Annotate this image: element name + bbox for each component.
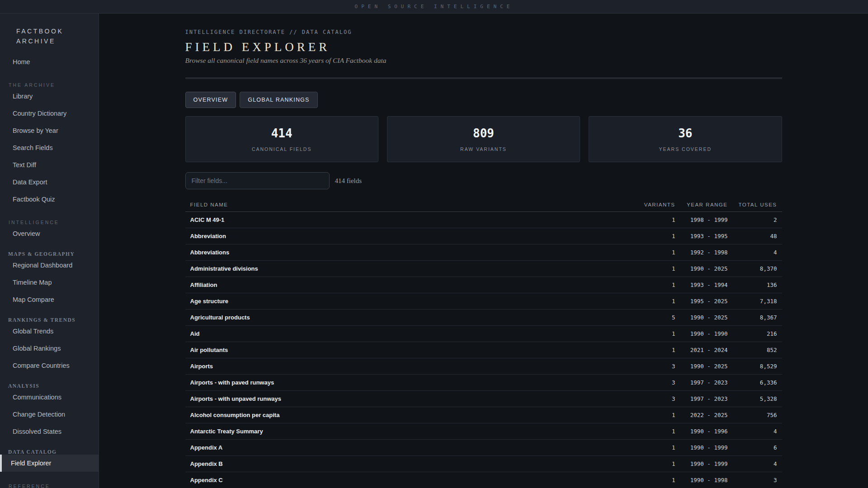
total-uses-cell: 4: [728, 460, 777, 467]
table-row[interactable]: Age structure11995 - 20257,318: [185, 293, 782, 310]
year-range-cell: 1992 - 1998: [675, 249, 728, 256]
column-header-total-uses: TOTAL USES: [728, 202, 777, 207]
variants-cell: 5: [639, 314, 675, 321]
total-uses-cell: 5,328: [728, 395, 777, 402]
sidebar-section-maps-geography: MAPS & GEOGRAPHY: [0, 246, 99, 257]
stat-label: YEARS COVERED: [659, 146, 712, 152]
sidebar-section-rankings-trends: RANKINGS & TRENDS: [0, 312, 99, 323]
tab-global-rankings[interactable]: GLOBAL RANKINGS: [240, 92, 317, 108]
view-tabs: OVERVIEWGLOBAL RANKINGS: [185, 92, 782, 108]
table-row[interactable]: Appendix B11990 - 19994: [185, 456, 782, 472]
year-range-cell: 1990 - 1996: [675, 428, 728, 435]
total-uses-cell: 216: [728, 330, 777, 337]
total-uses-cell: 4: [728, 249, 777, 256]
main-area: INTELLIGENCE DIRECTORATE // DATA CATALOG…: [99, 14, 868, 488]
table-row[interactable]: Affiliation11993 - 1994136: [185, 277, 782, 293]
table-row[interactable]: Alcohol consumption per capita12022 - 20…: [185, 407, 782, 423]
year-range-cell: 1990 - 1999: [675, 460, 728, 467]
filter-fields-input[interactable]: [185, 172, 330, 189]
year-range-cell: 1990 - 2025: [675, 265, 728, 272]
sidebar-item-global-trends[interactable]: Global Trends: [0, 323, 99, 340]
sidebar-item-overview[interactable]: Overview: [0, 225, 99, 242]
variants-cell: 1: [639, 233, 675, 239]
year-range-cell: 1993 - 1995: [675, 233, 728, 239]
content-container: INTELLIGENCE DIRECTORATE // DATA CATALOG…: [185, 14, 782, 488]
sidebar-item-regional-dashboard[interactable]: Regional Dashboard: [0, 257, 99, 274]
table-row[interactable]: Appendix C11990 - 19983: [185, 472, 782, 488]
table-row[interactable]: Abbreviation11993 - 199548: [185, 228, 782, 244]
table-row[interactable]: Aid11990 - 1990216: [185, 326, 782, 342]
field-name-cell: Abbreviation: [190, 233, 639, 239]
tab-overview[interactable]: OVERVIEW: [185, 92, 236, 108]
field-name-cell: Appendix A: [190, 444, 639, 451]
sidebar-item-dissolved-states[interactable]: Dissolved States: [0, 423, 99, 440]
sidebar-item-text-diff[interactable]: Text Diff: [0, 156, 99, 174]
sidebar-item-communications[interactable]: Communications: [0, 389, 99, 406]
total-uses-cell: 136: [728, 282, 777, 288]
logo-line-1: FACTBOOK: [16, 26, 99, 36]
field-name-cell: Affiliation: [190, 282, 639, 288]
year-range-cell: 1998 - 1999: [675, 216, 728, 223]
field-name-cell: Alcohol consumption per capita: [190, 412, 639, 418]
sidebar-item-field-explorer[interactable]: Field Explorer: [0, 455, 99, 472]
breadcrumb: INTELLIGENCE DIRECTORATE // DATA CATALOG: [185, 29, 782, 35]
variants-cell: 1: [639, 330, 675, 337]
field-name-cell: Airports: [190, 363, 639, 370]
sidebar-item-global-rankings[interactable]: Global Rankings: [0, 340, 99, 357]
table-row[interactable]: Airports - with paved runways31997 - 202…: [185, 375, 782, 391]
variants-cell: 1: [639, 249, 675, 256]
year-range-cell: 1997 - 2023: [675, 379, 728, 386]
table-row[interactable]: ACIC M 49-111998 - 19992: [185, 212, 782, 228]
sidebar-item-compare-countries[interactable]: Compare Countries: [0, 357, 99, 374]
top-bar-tagline: OPEN SOURCE INTELLIGENCE: [355, 4, 514, 9]
page-subtitle: Browse all canonical field names across …: [185, 56, 782, 65]
app-shell: FACTBOOK ARCHIVE HomeTHE ARCHIVELibraryC…: [0, 14, 868, 488]
year-range-cell: 1993 - 1994: [675, 282, 728, 288]
variants-cell: 1: [639, 347, 675, 353]
table-row[interactable]: Agricultural products51990 - 20258,367: [185, 310, 782, 326]
total-uses-cell: 3: [728, 477, 777, 483]
sidebar-item-country-dictionary[interactable]: Country Dictionary: [0, 105, 99, 122]
field-name-cell: Abbreviations: [190, 249, 639, 256]
variants-cell: 3: [639, 363, 675, 370]
sidebar: FACTBOOK ARCHIVE HomeTHE ARCHIVELibraryC…: [0, 14, 99, 488]
table-row[interactable]: Appendix A11990 - 19996: [185, 440, 782, 456]
year-range-cell: 1995 - 2025: [675, 298, 728, 305]
table-row[interactable]: Antarctic Treaty Summary11990 - 19964: [185, 423, 782, 440]
year-range-cell: 1990 - 2025: [675, 314, 728, 321]
column-header-variants: VARIANTS: [639, 202, 675, 207]
sidebar-item-data-export[interactable]: Data Export: [0, 174, 99, 191]
table-row[interactable]: Airports31990 - 20258,529: [185, 358, 782, 375]
app-logo[interactable]: FACTBOOK ARCHIVE: [0, 14, 99, 46]
field-name-cell: Appendix B: [190, 460, 639, 467]
sidebar-section-reference: REFERENCE: [0, 478, 99, 488]
total-uses-cell: 2: [728, 216, 777, 223]
variants-cell: 3: [639, 379, 675, 386]
sidebar-item-factbook-quiz[interactable]: Factbook Quiz: [0, 191, 99, 208]
sidebar-section-intelligence: INTELLIGENCE: [0, 214, 99, 225]
variants-cell: 1: [639, 216, 675, 223]
table-row[interactable]: Administrative divisions11990 - 20258,37…: [185, 261, 782, 277]
top-status-bar: OPEN SOURCE INTELLIGENCE: [0, 0, 868, 14]
filter-row: 414 fields: [185, 172, 782, 189]
stat-card-raw-variants: 809RAW VARIANTS: [387, 116, 580, 162]
field-name-cell: Antarctic Treaty Summary: [190, 428, 639, 435]
page-title: FIELD EXPLORER: [185, 40, 782, 54]
table-row[interactable]: Air pollutants12021 - 2024852: [185, 342, 782, 358]
table-row[interactable]: Airports - with unpaved runways31997 - 2…: [185, 391, 782, 407]
sidebar-item-map-compare[interactable]: Map Compare: [0, 291, 99, 308]
variants-cell: 1: [639, 298, 675, 305]
stat-label: CANONICAL FIELDS: [252, 146, 312, 152]
stat-card-years-covered: 36YEARS COVERED: [589, 116, 782, 162]
stat-card-canonical-fields: 414CANONICAL FIELDS: [185, 116, 378, 162]
field-name-cell: Administrative divisions: [190, 265, 639, 272]
sidebar-item-home[interactable]: Home: [0, 53, 99, 70]
sidebar-item-browse-by-year[interactable]: Browse by Year: [0, 122, 99, 139]
table-row[interactable]: Abbreviations11992 - 19984: [185, 244, 782, 261]
header-divider: [185, 78, 782, 79]
sidebar-item-change-detection[interactable]: Change Detection: [0, 406, 99, 423]
stat-number: 809: [473, 127, 494, 140]
sidebar-item-library[interactable]: Library: [0, 88, 99, 105]
sidebar-item-timeline-map[interactable]: Timeline Map: [0, 274, 99, 291]
sidebar-item-search-fields[interactable]: Search Fields: [0, 139, 99, 156]
